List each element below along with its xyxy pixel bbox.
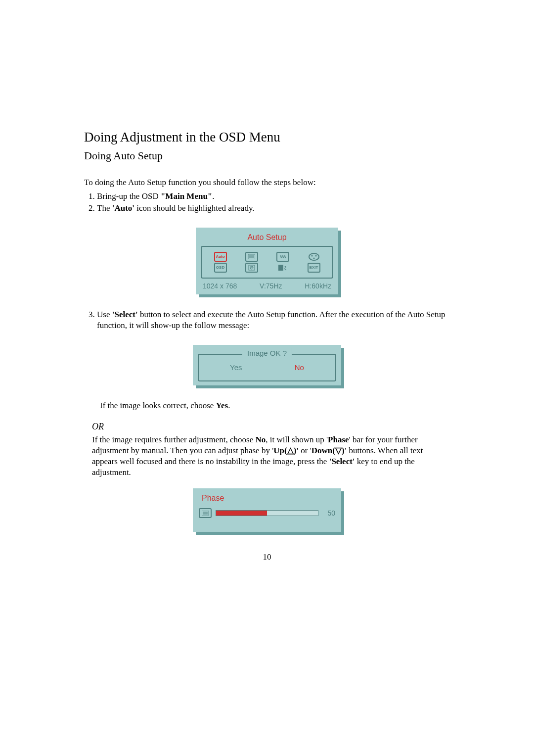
osd-panel-main: Auto Setup Auto OSD [196,228,338,294]
wave-icon [276,252,289,262]
phase-row: 50 [198,506,336,520]
step-2-a: The [97,203,112,213]
phase-menu-icon [199,508,212,518]
phase-bold: Phase [328,435,349,444]
imageok-box: Image OK ? Yes No [198,354,336,381]
svg-text:ξ: ξ [284,266,286,271]
steps-list-cont: Use 'Select' button to select and execut… [84,309,450,331]
osd-icon: OSD [214,263,227,273]
imageok-yes: Yes [230,363,242,373]
heading-1: Doing Adjustment in the OSD Menu [84,129,450,146]
osd-icon-row-1: Auto [205,252,329,262]
triangle-down-icon: ▽ [335,446,342,455]
after3-yes: Yes [216,401,228,410]
exit-icon: EXIT [308,263,320,273]
step-1-c: . [212,191,214,201]
osd-imageok-figure: Image OK ? Yes No [84,345,450,385]
color-icon [308,252,320,262]
step-3-a: Use [97,310,112,319]
osd-status-bar: 1024 x 768 V:75Hz H:60kHz [201,282,333,290]
after-or-text: If the image requires further adjustment… [92,434,450,478]
phase-fill [216,511,267,516]
osd-title: Auto Setup [201,233,333,243]
step-1: Bring-up the OSD "Main Menu". [97,191,450,202]
auto-icon: Auto [214,252,227,262]
step-3-c: button to select and execute the Auto Se… [97,310,445,330]
osd-resolution: 1024 x 768 [203,282,237,290]
svg-point-7 [313,257,314,259]
osd-hfreq: H:60kHz [305,282,331,290]
step-1-main-menu: "Main Menu" [161,191,212,201]
svg-point-6 [315,255,316,256]
osd-icon-frame: Auto OSD [201,246,333,279]
phase-title: Phase [198,493,336,504]
step-2-auto: 'Auto' [112,203,134,213]
step-2-c: icon should be highlighted already. [134,203,255,213]
osd-icon-row-2: OSD ξ EXIT [205,263,329,273]
phase-value: 50 [322,509,335,518]
heading-2: Doing Auto Setup [84,149,450,163]
steps-list: Bring-up the OSD "Main Menu". The 'Auto'… [84,191,450,214]
after3-a: If the image looks correct, choose [100,401,216,410]
select-bold: 'Select' [329,457,355,466]
osd-auto-setup-figure: Auto Setup Auto OSD [84,228,450,294]
step-1-a: Bring-up the OSD [97,191,161,201]
down-bold: Down(▽)' [312,446,347,455]
phase-slider [216,510,318,516]
page-number: 10 [84,552,450,563]
triangle-up-icon: △ [287,446,294,455]
or-label: OR [92,421,450,432]
step-3-select: 'Select' [112,310,138,319]
clock-icon [245,263,258,273]
imageok-label: Image OK ? [242,348,292,358]
svg-rect-12 [278,265,283,271]
intro-text: To doing the Auto Setup function you sho… [84,177,450,188]
after-step3-text: If the image looks correct, choose Yes. [100,400,450,411]
svg-point-4 [309,253,319,260]
svg-point-5 [311,255,312,256]
imageok-no: No [295,363,304,373]
osd-vfreq: V:75Hz [260,282,282,290]
after3-c: . [228,401,230,410]
menu-icon [245,252,258,262]
up-bold: Up(△)' [273,446,299,455]
osd-phase-figure: Phase 50 [84,488,450,532]
step-3: Use 'Select' button to select and execut… [97,309,450,331]
osd-panel-imageok: Image OK ? Yes No [193,345,341,385]
language-icon: ξ [276,263,289,273]
osd-panel-phase: Phase 50 [193,488,341,532]
imageok-row: Yes No [204,363,330,373]
no-bold: No [255,435,266,444]
step-2: The 'Auto' icon should be highlighted al… [97,203,450,214]
